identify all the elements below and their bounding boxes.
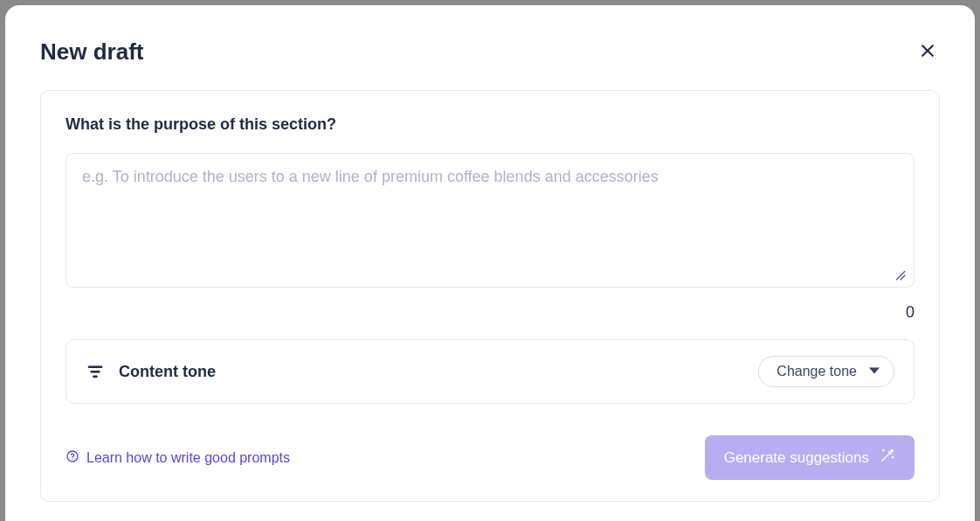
- new-draft-modal: New draft What is the purpose of this se…: [5, 5, 975, 521]
- prompt-question: What is the purpose of this section?: [66, 115, 914, 134]
- generate-button-label: Generate suggestions: [724, 449, 869, 467]
- magic-wand-icon: [880, 448, 895, 468]
- svg-rect-6: [93, 376, 98, 378]
- svg-rect-5: [91, 371, 100, 372]
- filter-list-icon: [86, 362, 105, 381]
- caret-down-icon: [869, 364, 880, 379]
- prompt-input[interactable]: [66, 153, 914, 288]
- modal-title: New draft: [40, 38, 143, 66]
- help-circle-icon: [66, 449, 79, 467]
- svg-point-8: [72, 458, 72, 459]
- tone-select-label: Change tone: [776, 364, 857, 379]
- help-link-text: Learn how to write good prompts: [86, 450, 290, 466]
- change-tone-select[interactable]: Change tone: [758, 356, 894, 387]
- footer-row: Learn how to write good prompts Generate…: [66, 435, 914, 480]
- help-link[interactable]: Learn how to write good prompts: [66, 449, 290, 467]
- close-button[interactable]: [915, 40, 940, 65]
- tone-label: Content tone: [119, 363, 216, 381]
- modal-header: New draft: [40, 38, 940, 66]
- tone-left: Content tone: [86, 362, 216, 381]
- generate-suggestions-button[interactable]: Generate suggestions: [705, 435, 914, 480]
- char-count: 0: [66, 303, 914, 322]
- svg-rect-4: [88, 366, 103, 368]
- close-icon: [919, 42, 936, 62]
- draft-form-card: What is the purpose of this section? 0: [40, 90, 940, 502]
- content-tone-row: Content tone Change tone: [66, 339, 914, 404]
- prompt-textarea-wrap: [66, 153, 914, 291]
